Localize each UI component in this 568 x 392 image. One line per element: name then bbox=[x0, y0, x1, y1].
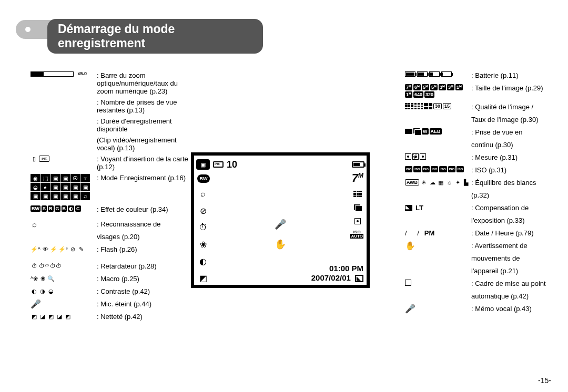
af-frame-icon bbox=[405, 280, 411, 286]
quality-n-icon bbox=[424, 103, 432, 109]
iso-text: ISO (p.31) bbox=[471, 166, 555, 174]
row-quality: 30 15 Qualité de l'image / bbox=[405, 103, 555, 112]
row-duration: Durée d'enregistrement disponible bbox=[31, 117, 188, 133]
zoom-text: Barre du zoom optique/numérique/taux du … bbox=[97, 71, 188, 95]
macro-auto-icon: ᴬ❀ bbox=[31, 275, 38, 282]
size-text: Taille de l'image (p.29) bbox=[471, 84, 555, 92]
row-shake: ✋ Avertissement de bbox=[405, 242, 555, 251]
row-zoom: x5.0 Barre du zoom optique/numérique/tau… bbox=[31, 71, 188, 95]
row-quality2: Taux de l'image (p.30) bbox=[405, 116, 555, 125]
duration-text1: Durée d'enregistrement disponible bbox=[97, 117, 188, 133]
wb-fluorescent-h-icon: ▦ bbox=[437, 179, 444, 186]
flash-redeye-icon: 👁 bbox=[42, 245, 49, 253]
row-date: / / PM Date / Heure (p.79) bbox=[405, 229, 555, 239]
row-shots: Nombre de prises de vue restantes (p.13) bbox=[31, 98, 188, 114]
duration-text2: (Clip vidéo/enregistrement vocal) (p.13) bbox=[97, 136, 188, 152]
iso-icons: ISOISOISOISOISOISOISO bbox=[405, 166, 464, 172]
sharp-3-icon: ◩ bbox=[47, 313, 55, 320]
sd-card-icon: ▯ bbox=[31, 155, 38, 162]
row-mic: 🎤 Mic. éteint (p.44) bbox=[31, 300, 188, 310]
flash-text: Flash (p.26) bbox=[97, 245, 188, 253]
row-voice: 🎤 Mémo vocal (p.43) bbox=[405, 305, 555, 314]
flash-off-icon: ⊘ bbox=[69, 245, 76, 253]
afframe-text1: Cadre de mise au point bbox=[471, 280, 555, 287]
row-shake2: mouvements de bbox=[405, 254, 555, 264]
lcd-flash-off-icon: ⊘ bbox=[197, 205, 209, 216]
lcd-date: 2007/02/01 bbox=[311, 273, 351, 282]
row-mode: ◉⬚▣▣⦿ᴛ ◒♠▣▣▣▣ ▣▣▣▣▣♫ Mode Enregistrement… bbox=[31, 174, 188, 200]
macro-icon: ❀ bbox=[39, 275, 46, 282]
right-column: Batterie (p.11) 7ᴹ 6ᴹ 5ᴹ 5ᴹ 3ᴹ 3ᴹ 1ᴹ 1ᴹ … bbox=[405, 71, 555, 317]
drive-text1: Prise de vue en bbox=[471, 128, 555, 136]
lcd-mode-icon: ▣ bbox=[196, 159, 210, 170]
lcd-face-icon: ⌕ bbox=[197, 188, 209, 200]
metering-center-icon: + bbox=[412, 153, 419, 160]
wb-tungsten-icon: ✦ bbox=[454, 179, 461, 186]
continuous-icon bbox=[413, 128, 421, 135]
flash-auto-icon: ⚡ᴬ bbox=[31, 245, 40, 253]
single-shot-icon bbox=[405, 129, 412, 134]
header-node-icon bbox=[25, 27, 31, 32]
card-text: Voyant d'insertion de la carte (p.12) bbox=[97, 155, 188, 171]
row-sharp: ◩ ◪ ◩ ◪ ◩ Netteté (p.42) bbox=[31, 313, 188, 322]
green-icon: G bbox=[55, 205, 60, 212]
wise-shot-icon: W bbox=[422, 128, 429, 135]
shake-text1: Avertissement de bbox=[471, 242, 555, 250]
macro-text: Macro (p.25) bbox=[97, 275, 188, 283]
sharp-1-icon: ◩ bbox=[31, 313, 38, 320]
lcd-macro-icon: ❀ bbox=[197, 239, 209, 250]
contrast-mid-icon: ◑ bbox=[39, 287, 46, 295]
sepia-icon: S bbox=[42, 205, 47, 212]
wb-text1: Équilibre des blancs bbox=[471, 179, 555, 187]
flash-redfix-icon: ✎ bbox=[77, 245, 85, 253]
super-macro-icon: 🔍 bbox=[47, 275, 55, 282]
lcd-card-icon bbox=[213, 161, 224, 168]
lcd-screen: ▣ 10 BW ⌕ ⊘ ⏱ ❀ ◐ ◩ 7M ISOAUTO 🎤 ✋ bbox=[191, 152, 370, 288]
row-afframe: Cadre de mise au point bbox=[405, 280, 555, 289]
sharp-4-icon: ◪ bbox=[56, 313, 63, 320]
lcd-shots-remaining: 10 bbox=[227, 159, 237, 170]
sharp-5-icon: ◩ bbox=[64, 313, 72, 320]
voice-memo-icon: 🎤 bbox=[405, 305, 415, 312]
lcd-ev-icon bbox=[355, 275, 363, 282]
row-duration2: (Clip vidéo/enregistrement vocal) (p.13) bbox=[31, 136, 188, 152]
row-ev: LT Compensation de bbox=[405, 204, 555, 213]
face-text: Reconnaissance de bbox=[97, 220, 188, 228]
voice-text: Mémo vocal (p.43) bbox=[471, 305, 555, 313]
shake-warning-icon: ✋ bbox=[405, 242, 415, 249]
internal-memory-icon: INT. bbox=[39, 156, 49, 162]
lcd-left-icons: BW ⌕ ⊘ ⏱ ❀ ◐ ◩ bbox=[197, 174, 210, 284]
row-wb: AWB ☀ ☁ ▦ ☼ ✦ ▙ Équilibre des blancs bbox=[405, 179, 555, 188]
lcd-preview: ▣ 10 BW ⌕ ⊘ ⏱ ❀ ◐ ◩ 7M ISOAUTO 🎤 ✋ bbox=[191, 152, 375, 288]
framerate-15-icon: 15 bbox=[443, 103, 451, 109]
flash-on-icon: ⚡ bbox=[50, 245, 57, 253]
color-text: Effet de couleur (p.34) bbox=[97, 205, 188, 213]
face-text2: visages (p.20) bbox=[97, 233, 188, 241]
lcd-battery-icon bbox=[352, 161, 364, 168]
flash-slow-icon: ⚡ˢ bbox=[58, 245, 68, 253]
row-face: ⌕ Reconnaissance de bbox=[31, 220, 188, 230]
lcd-center-icons: 🎤 ✋ bbox=[275, 219, 286, 250]
row-contrast: ◐ ◑ ◒ Contraste (p.42) bbox=[31, 287, 188, 297]
lcd-contrast-icon: ◐ bbox=[197, 255, 209, 267]
mode-grid-icon: ◉⬚▣▣⦿ᴛ ◒♠▣▣▣▣ ▣▣▣▣▣♫ bbox=[31, 174, 90, 200]
wb-cloudy-icon: ☁ bbox=[429, 179, 436, 186]
size-icons: 7ᴹ 6ᴹ 5ᴹ 5ᴹ 3ᴹ 3ᴹ 1ᴹ 1ᴹ 640 320 bbox=[405, 84, 468, 98]
row-macro: ᴬ❀ ❀ 🔍 Macro (p.25) bbox=[31, 275, 188, 284]
row-color: BW S R G B ◐ C Effet de couleur (p.34) bbox=[31, 205, 188, 215]
quality-text1: Qualité de l'image / bbox=[471, 103, 555, 111]
lcd-bottom: 01:00 PM 2007/02/01 bbox=[311, 264, 363, 283]
metering-spot-icon bbox=[420, 153, 426, 160]
row-face2: visages (p.20) bbox=[31, 233, 188, 242]
lcd-iso-icon: ISOAUTO bbox=[350, 230, 363, 239]
quality-f-icon bbox=[414, 103, 423, 109]
aeb-icon: AEB bbox=[430, 128, 442, 135]
row-iso: ISOISOISOISOISOISOISO ISO (p.31) bbox=[405, 166, 555, 176]
mic-off-icon: 🎤 bbox=[31, 300, 41, 307]
wb-text2: (p.32) bbox=[471, 191, 555, 199]
timer-double-icon: ⏱⏱ bbox=[50, 262, 62, 270]
wb-custom-icon: ▙ bbox=[462, 179, 470, 186]
sharp-text: Netteté (p.42) bbox=[97, 313, 188, 321]
red-icon: R bbox=[48, 205, 54, 212]
neg-icon: ◐ bbox=[68, 205, 74, 212]
